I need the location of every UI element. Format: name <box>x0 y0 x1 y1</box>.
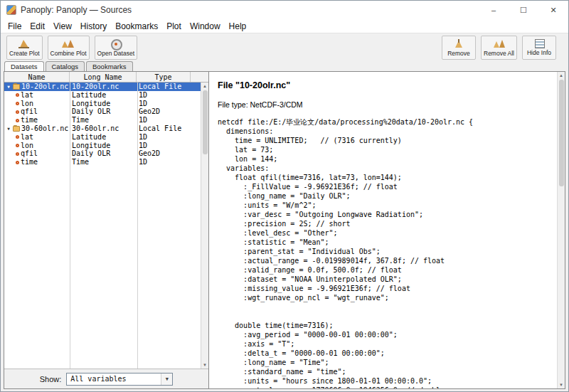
table-scrollbar[interactable]: ▲ ▼ <box>201 83 208 369</box>
cdl-line: variables: <box>218 164 553 173</box>
cdl-line: :units = "W/m^2"; <box>218 201 553 210</box>
column-divider <box>137 83 138 369</box>
scrollbar-thumb[interactable] <box>203 90 208 154</box>
cdl-line: :var_desc = "Outgoing Longwave Radiation… <box>218 210 553 219</box>
cdl-line: :valid_range = 0.0f, 500.0f; // float <box>218 265 553 275</box>
tab-bookmarks[interactable]: Bookmarks <box>86 61 133 71</box>
open-dataset-button[interactable]: Open Dataset <box>95 36 137 60</box>
hide-info-button[interactable]: Hide Info <box>522 36 556 60</box>
window-title: Panoply: Panoply — Sources <box>21 5 132 15</box>
minimize-button[interactable]: – <box>479 1 509 19</box>
hide-info-icon <box>535 39 545 48</box>
type-cell: Local File <box>137 125 191 133</box>
cdl-line: :long_name = "Time"; <box>218 358 553 367</box>
long-name-cell: Time <box>70 158 137 166</box>
scrollbar-thumb[interactable] <box>559 80 564 186</box>
name-cell: lon <box>4 100 70 108</box>
tool-label: Open Dataset <box>97 50 134 57</box>
name-cell: qfil <box>4 107 70 116</box>
variable-row[interactable]: lonLongitude1D <box>4 142 208 150</box>
menu-window[interactable]: Window <box>186 21 225 31</box>
show-filter-bar: Show: All variables ▼ <box>4 369 208 388</box>
remove-all-icon <box>493 39 506 49</box>
scroll-down-icon[interactable]: ▼ <box>203 361 207 369</box>
variable-row[interactable]: lonLongitude1D <box>4 100 208 108</box>
cdl-line: :statistic = "Mean"; <box>218 238 553 247</box>
variable-icon <box>16 110 19 114</box>
dataset-icon <box>13 84 20 90</box>
variable-row[interactable]: timeTime1D <box>4 158 208 166</box>
info-scrollbar[interactable]: ▲ ▼ <box>557 72 565 388</box>
variable-icon <box>16 152 19 156</box>
tab-strip: DatasetsCatalogsBookmarks <box>1 60 568 71</box>
long-name-cell: Longitude <box>70 100 137 108</box>
variable-icon <box>16 119 19 122</box>
cdl-line: :units = "hours since 1800-01-01 00:00:0… <box>218 376 553 386</box>
expander-icon[interactable]: ▼ <box>6 83 11 91</box>
menu-edit[interactable]: Edit <box>26 21 49 31</box>
name-cell: lat <box>4 133 70 142</box>
cdl-line: :level_desc = "Other"; <box>218 228 553 238</box>
cdl-line: float qfil(time=7316, lat=73, lon=144); <box>218 173 553 182</box>
type-cell: Local File <box>137 83 191 91</box>
scroll-down-icon[interactable]: ▼ <box>559 381 563 388</box>
menu-history[interactable]: History <box>76 21 111 31</box>
create-plot-icon <box>18 39 31 49</box>
cdl-line: lat = 73; <box>218 145 553 154</box>
scroll-up-icon[interactable]: ▲ <box>203 83 207 90</box>
expander-icon[interactable]: ▼ <box>6 125 11 133</box>
name-text: 30-60olr.nc <box>21 125 68 133</box>
dataset-icon <box>13 126 20 132</box>
create-plot-button[interactable]: Create Plot <box>6 36 43 60</box>
tab-datasets[interactable]: Datasets <box>4 61 44 71</box>
column-header-type[interactable]: Type <box>137 72 191 82</box>
close-button[interactable]: ✕ <box>538 1 568 19</box>
type-cell: 1D <box>137 100 191 108</box>
variables-filter-dropdown[interactable]: All variables ▼ <box>66 373 173 386</box>
cdl-line <box>218 312 553 321</box>
type-cell: 1D <box>137 116 191 125</box>
name-text: lon <box>21 100 33 108</box>
tab-catalogs[interactable]: Catalogs <box>46 61 85 71</box>
dataset-row[interactable]: ▼30-60olr.nc30-60olr.ncLocal File <box>4 125 208 133</box>
maximize-button[interactable]: ☐ <box>509 1 538 19</box>
info-panel: File "10-20olr.nc" File type: NetCDF-3/C… <box>209 72 565 388</box>
remove-all-button[interactable]: Remove All <box>481 36 517 60</box>
variable-row[interactable]: timeTime1D <box>4 116 208 125</box>
menu-help[interactable]: Help <box>225 21 251 31</box>
cdl-line: :avg_period = "0000-00-01 00:00:00"; <box>218 330 553 339</box>
variable-row[interactable]: qfilDaily OLRGeo2D <box>4 107 208 116</box>
column-header-long-name[interactable]: Long Name <box>70 72 137 82</box>
menu-view[interactable]: View <box>49 21 76 31</box>
cdl-line: :_FillValue = -9.96921E36f; // float <box>218 182 553 191</box>
cdl-line: :actual_range = 1770696.0, 1946256.0; //… <box>218 386 553 388</box>
type-cell: 1D <box>137 133 191 142</box>
menu-bookmarks[interactable]: Bookmarks <box>111 21 162 31</box>
dataset-row[interactable]: ▼10-20olr.nc10-20olr.ncLocal File <box>4 83 208 91</box>
variable-row[interactable]: qfilDaily OLRGeo2D <box>4 149 208 158</box>
long-name-cell: Latitude <box>70 133 137 142</box>
chevron-down-icon: ▼ <box>161 374 172 385</box>
remove-button[interactable]: Remove <box>442 36 476 60</box>
variable-icon <box>16 144 19 147</box>
menu-plot[interactable]: Plot <box>162 21 186 31</box>
variable-row[interactable]: latLatitude1D <box>4 91 208 100</box>
cdl-line: :delta_t = "0000-00-01 00:00:00"; <box>218 349 553 358</box>
cdl-line: :standard_name = "time"; <box>218 367 553 376</box>
name-cell: time <box>4 158 70 166</box>
long-name-cell: 30-60olr.nc <box>70 125 137 133</box>
sources-table: ▼10-20olr.nc10-20olr.ncLocal FilelatLati… <box>4 83 208 369</box>
column-header-name[interactable]: Name <box>4 72 70 82</box>
combine-plot-icon <box>62 39 75 49</box>
variable-row[interactable]: latLatitude1D <box>4 133 208 142</box>
name-cell: lon <box>4 142 70 150</box>
combine-plot-button[interactable]: Combine Plot <box>48 36 90 60</box>
file-type: File type: NetCDF-3/CDM <box>218 100 553 109</box>
toolbar-left-group: Create PlotCombine PlotOpen Dataset <box>6 36 142 60</box>
window-controls: – ☐ ✕ <box>479 1 568 19</box>
menu-file[interactable]: File <box>4 21 26 31</box>
long-name-cell: 10-20olr.nc <box>70 83 137 91</box>
cdl-line <box>218 302 553 312</box>
name-text: 10-20olr.nc <box>21 83 68 91</box>
scroll-up-icon[interactable]: ▲ <box>559 72 563 79</box>
